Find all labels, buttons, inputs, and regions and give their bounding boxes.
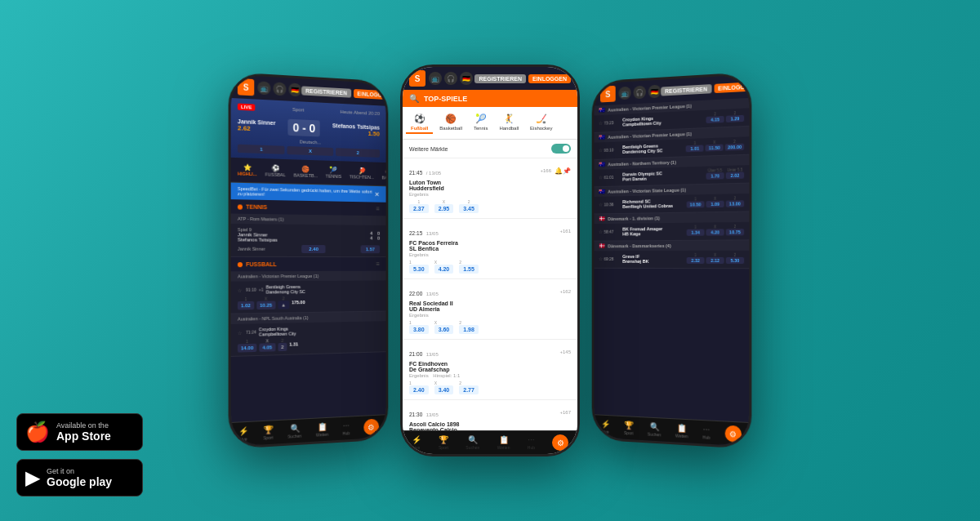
m1-odd1[interactable]: 1.02 [238, 301, 254, 309]
r-m5-odd2[interactable]: 10.75 [726, 229, 744, 235]
r-star-5[interactable]: ☆ [599, 229, 603, 234]
settings-button[interactable]: ⚙ [363, 419, 379, 436]
tennis-odd2[interactable]: 1.57 [361, 245, 381, 253]
nav-suchen[interactable]: 🔍 Suchen [287, 424, 301, 439]
c-hub-icon: ··· [528, 435, 534, 444]
r-m3-oddv[interactable]: 1.70 [706, 172, 724, 180]
r-m1-odd2[interactable]: 1.29 [726, 115, 744, 122]
m1-oddX[interactable]: 10.25 [256, 301, 275, 309]
r-m2-odd2[interactable]: 200.00 [725, 144, 744, 151]
r-m5-oddx[interactable]: 4.20 [706, 229, 724, 235]
sport-btn-baseball[interactable]: ⚾BASE... [379, 166, 386, 183]
tab-tennis[interactable]: 🎾 Tennis [469, 112, 492, 134]
right-register-btn[interactable]: REGISTRIEREN [661, 84, 711, 96]
c-nav-suchen[interactable]: 🔍 Suchen [466, 435, 479, 450]
m2-result: 1.31 [289, 341, 298, 346]
c-m3-odd1[interactable]: 3.80 [409, 325, 429, 334]
r-star-4[interactable]: ☆ [599, 202, 603, 207]
r-settings-button[interactable]: ⚙ [725, 425, 742, 443]
r-star-3[interactable]: ☆ [599, 174, 603, 180]
c-m3-odd2[interactable]: 1.98 [459, 325, 479, 334]
au-flag-3: 🇦🇺 [599, 162, 605, 168]
fussball-tab-icon: ⚽ [414, 114, 425, 124]
hero-odd2[interactable]: 1.50 [332, 128, 380, 137]
match1-num1: +1 [259, 287, 264, 292]
r-m4-odd1[interactable]: 10.50 [687, 201, 705, 207]
c-m1-odd1[interactable]: 2.37 [409, 204, 429, 213]
hero-bet-1[interactable]: 1 [238, 145, 285, 154]
m1-odd2[interactable]: ▲ [278, 301, 289, 309]
r-nav-suchen-label: Suchen [648, 431, 661, 437]
tab-basketball[interactable]: 🏀 Basketball [434, 112, 467, 134]
r-m2-odd1[interactable]: 1.01 [686, 145, 704, 152]
tab-eishockey[interactable]: 🏒 Eishockey [525, 112, 557, 134]
r-star-1[interactable]: ☆ [599, 120, 603, 126]
c-m1-oddx[interactable]: 2.95 [434, 204, 454, 213]
c-m2-odd1[interactable]: 5.30 [409, 265, 429, 274]
c-m2-oddx[interactable]: 4.20 [434, 265, 454, 274]
nav-wetten[interactable]: 📋 Wetten [316, 422, 328, 438]
sport-btn-tennis[interactable]: 🎾TENNIS [323, 163, 345, 181]
sport-nav-icon: 🏆 [263, 425, 273, 434]
sport-btn-highlights[interactable]: ⭐HIGHLI... [234, 161, 261, 179]
nav-live[interactable]: ⚡ Live [238, 426, 248, 442]
register-button[interactable]: REGISTRIEREN [301, 86, 351, 97]
c-m3-oddx[interactable]: 3.60 [434, 325, 454, 334]
phone-center: S 📺 🎧 🇩🇪 REGISTRIEREN EINLOGGEN 🔍 TOP-SP… [400, 65, 580, 456]
c-nav-live[interactable]: ⚡ Live [412, 435, 421, 450]
r-nav-hub[interactable]: ··· Hub [702, 425, 710, 440]
c-m2-odd2[interactable]: 1.55 [459, 265, 479, 274]
hero-bet-2[interactable]: 2 [336, 148, 380, 158]
right-login-btn[interactable]: EINLOGGEN [714, 81, 749, 92]
nav-suchen-label: Suchen [287, 434, 301, 439]
nav-sport[interactable]: 🏆 Sport [263, 425, 273, 440]
sport-btn-basketball[interactable]: 🏀BASKETB... [291, 163, 321, 180]
r-m3-odd2v[interactable]: 2.02 [726, 171, 744, 179]
r-nav-wetten[interactable]: 📋 Wetten [675, 423, 688, 439]
r-m6-odd1[interactable]: 2.32 [687, 257, 705, 264]
c-m4-oddx[interactable]: 3.40 [434, 385, 454, 394]
tennis-odd1[interactable]: 2.40 [301, 245, 325, 253]
tab-fussball[interactable]: ⚽ Fußball [406, 112, 433, 134]
r-nav-suchen[interactable]: 🔍 Suchen [648, 422, 661, 438]
nav-icon-1: 📺 [257, 81, 270, 95]
c-m4-odd1[interactable]: 2.40 [409, 385, 429, 394]
c-nav-wetten[interactable]: 📋 Wetten [497, 435, 510, 450]
hero-bet-x[interactable]: X [287, 146, 333, 156]
c-settings-button[interactable]: ⚙ [552, 434, 568, 451]
r-nav-wetten-label: Wetten [675, 433, 688, 439]
r-nav-sport[interactable]: 🏆 Sport [624, 421, 633, 435]
star-icon-2[interactable]: ☆ [238, 329, 242, 335]
fussball-expand[interactable]: ≡ [376, 260, 380, 268]
center-register-btn[interactable]: REGISTRIEREN [474, 74, 526, 83]
r-m4-oddx[interactable]: 1.09 [706, 201, 724, 208]
sport-btn-tischtennis[interactable]: 🏓TISCHTEN... [346, 164, 377, 182]
m1-time: 21:45 [409, 170, 422, 176]
r-m4-odd2[interactable]: 13.00 [726, 200, 744, 207]
center-login-btn[interactable]: EINLOGGEN [528, 74, 571, 83]
tennis-expand[interactable]: ≡ [376, 205, 380, 212]
r-m1-odd1[interactable]: 4.15 [706, 116, 724, 123]
sport-btn-fussball[interactable]: ⚽FUSSBAL [262, 162, 289, 180]
star-icon-1[interactable]: ☆ [238, 287, 242, 292]
r-m6-oddx[interactable]: 2.12 [706, 257, 724, 264]
m2-odd1[interactable]: 14.00 [238, 344, 256, 353]
googleplay-badge[interactable]: ▶ Get it on Google play [16, 459, 143, 497]
appstore-badge[interactable]: 🍎 Available on the App Store [16, 413, 143, 451]
r-m6-odd2[interactable]: 5.30 [726, 257, 744, 264]
r-m5-odd1[interactable]: 1.34 [687, 229, 705, 236]
m2-oddX[interactable]: 4.05 [259, 343, 275, 352]
c-m4-odd2[interactable]: 2.77 [459, 385, 479, 394]
r-nav-live[interactable]: ⚡ Live [601, 420, 610, 434]
c-nav-hub[interactable]: ··· Hub [528, 435, 535, 450]
r-star-2[interactable]: ☆ [599, 147, 603, 153]
c-m1-odd2[interactable]: 3.45 [459, 204, 479, 213]
nav-hub[interactable]: ··· Hub [342, 421, 350, 435]
weitere-toggle[interactable] [551, 144, 571, 154]
r-star-6[interactable]: ☆ [599, 256, 603, 261]
alert-close[interactable]: ✕ [375, 190, 381, 198]
tab-handball[interactable]: 🤾 Handball [494, 112, 523, 134]
r-m2-oddx[interactable]: 11.50 [706, 145, 724, 152]
c-nav-sport[interactable]: 🏆 Sport [439, 435, 448, 450]
login-button[interactable]: EINLOGGEN [354, 88, 386, 99]
